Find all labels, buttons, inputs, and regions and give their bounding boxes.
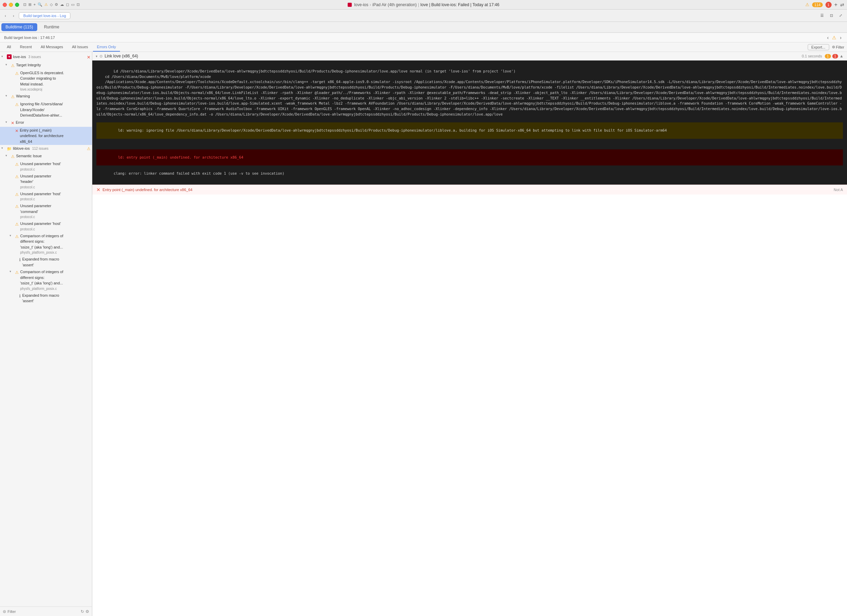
close-button[interactable]: [3, 3, 7, 7]
sidebar-item-warning-group[interactable]: ▾ ⚠ Warning: [0, 93, 92, 100]
filter-sidebar-icon: ⊜: [3, 609, 6, 614]
icon-btn-6[interactable]: ◇: [50, 2, 53, 7]
sidebar-item-comparison-2[interactable]: ▾ ⚠ Comparison of integers of different …: [0, 268, 92, 292]
tab-all-messages[interactable]: All Messages: [37, 42, 67, 52]
icon-btn-2[interactable]: ⊞: [28, 2, 31, 7]
log-collapse-icon[interactable]: ▲: [840, 54, 844, 58]
icon-btn-11[interactable]: ⊡: [77, 2, 80, 7]
warning-icon: ⚠: [805, 2, 809, 7]
sidebar-item-expanded-assert-2[interactable]: ℹ Expanded from macro 'assert': [0, 292, 92, 304]
log-timing: 0.1 seconds: [802, 54, 822, 58]
sidebar-item-unused-host-3[interactable]: ⚠ Unused parameter 'host' protocol.c: [0, 220, 92, 232]
comparison-1-label: Comparison of integers of different sign…: [20, 233, 91, 256]
log-warning-line: ld: warning: ignoring file /Users/diana/…: [96, 123, 843, 139]
title-sep-2: |: [418, 2, 419, 7]
info-assert-2: ℹ: [19, 293, 21, 299]
error-group-label: Error: [16, 120, 91, 126]
minimize-button[interactable]: [9, 3, 13, 7]
error-badge: 1: [825, 2, 832, 8]
toggle-love-ios: ▾: [1, 55, 6, 59]
maximize-button[interactable]: [15, 3, 19, 7]
log-header-row[interactable]: ▾ ⊙ Link love (x86_64) 0.1 seconds 1 1 ▲: [92, 52, 847, 61]
toggle-comparison-1: ▾: [10, 233, 14, 238]
log-text-before: Ld /Users/diana/Library/Developer/Xcode/…: [96, 69, 842, 116]
liblove-warn-icon: ⚠: [87, 146, 91, 152]
tab-all-issues[interactable]: All Issues: [68, 42, 92, 52]
menu-button[interactable]: ☰: [818, 12, 826, 19]
icon-btn-8[interactable]: ☁: [60, 2, 64, 7]
log-badges: 1 1 ▲: [825, 54, 844, 58]
icon-btn-7[interactable]: ⚙: [55, 2, 58, 7]
not-a-label: Not A: [834, 188, 843, 192]
icon-btn-3[interactable]: ⌖: [34, 2, 35, 7]
title-project: love-ios: [354, 2, 368, 7]
unused-header-label: Unused parameter 'header' protocol.c: [20, 173, 91, 190]
buildtime-tab[interactable]: Buildtime (115): [1, 23, 37, 31]
icon-btn-10[interactable]: ▭: [71, 2, 75, 7]
sidebar-item-semantic-issue[interactable]: ▾ ⚠ Semantic Issue: [0, 152, 92, 160]
sidebar-item-liblove[interactable]: ▾ 📁 liblove-ios 112 issues ⚠: [0, 145, 92, 152]
icon-btn-9[interactable]: ◻: [66, 2, 69, 7]
warning-badge: 114: [812, 2, 822, 7]
title-status: love | Build love-ios: Failed | Today at…: [421, 2, 499, 7]
back-button[interactable]: ‹: [3, 13, 8, 19]
project-icon: [348, 3, 352, 7]
sidebar-item-unused-command[interactable]: ⚠ Unused parameter 'command' protocol.c: [0, 202, 92, 220]
sidebar-item-comparison-1[interactable]: ▾ ⚠ Comparison of integers of different …: [0, 232, 92, 256]
runtime-tab[interactable]: Runtime: [38, 22, 65, 32]
split-button[interactable]: ⊡: [828, 12, 835, 19]
add-button[interactable]: +: [834, 2, 837, 8]
next-arrow[interactable]: ›: [838, 35, 843, 40]
semantic-issue-label: Semantic Issue: [16, 153, 91, 159]
log-err-badge: 1: [832, 54, 838, 58]
warning-icon-ignoring: ⚠: [15, 102, 19, 108]
sidebar-filter-input[interactable]: [7, 610, 79, 614]
sidebar-item-entry-point[interactable]: ✕ Entry point (_main) undefined. for arc…: [0, 127, 92, 145]
forward-button[interactable]: ›: [11, 13, 16, 19]
entry-point-label: Entry point (_main) undefined. for archi…: [20, 127, 91, 145]
titlebar-right: ⚠ 114 1 + ⇄: [805, 2, 844, 8]
sidebar-footer-icon-refresh[interactable]: ↻: [81, 609, 84, 614]
sidebar-item-opengles[interactable]: ⚠ OpenGLES is deprecated. Consider migra…: [0, 69, 92, 93]
icon-btn-5[interactable]: ⚠: [44, 2, 48, 7]
build-log-tab[interactable]: Build target love-ios - Log: [19, 12, 71, 19]
error-row-label: Entry point (_main) undefined. for archi…: [103, 188, 192, 192]
warn-header: ⚠: [15, 174, 19, 180]
sidebar-item-target-integrity[interactable]: ▾ ⚠ Target Integrity: [0, 62, 92, 69]
tab-all[interactable]: All: [3, 42, 15, 52]
unused-command-label: Unused parameter 'command' protocol.c: [20, 203, 91, 219]
sidebar-item-unused-host-1[interactable]: ⚠ Unused parameter 'host' protocol.c: [0, 160, 92, 173]
export-button[interactable]: Export...: [808, 44, 829, 50]
title-device: iPad Air (4th generation): [373, 2, 417, 7]
filter-tabs-bar: All Recent All Messages All Issues Error…: [0, 42, 847, 52]
sidebar: ▾ ♥ love-ios 3 issues ✕ ▾ ⚠ Target Integ…: [0, 52, 92, 616]
title-segment-1: love-ios: [348, 2, 368, 7]
sidebar-item-unused-header[interactable]: ⚠ Unused parameter 'header' protocol.c: [0, 173, 92, 191]
toggle-error: ▾: [6, 120, 10, 125]
comparison-2-label: Comparison of integers of different sign…: [20, 269, 91, 291]
log-error-line: ld: entry point (_main) undefined. for a…: [96, 149, 843, 165]
breadcrumb-bar: Build target love-ios : 17:46:17 ‹ ⚠ ›: [0, 33, 847, 42]
filter-button[interactable]: ⊜ Filter: [832, 45, 844, 49]
warn-nav-icon[interactable]: ⚠: [831, 35, 838, 40]
tab-errors-only[interactable]: Errors Only: [93, 42, 120, 52]
toggle-warning: ▾: [6, 94, 10, 99]
unused-host-3-label: Unused parameter 'host' protocol.c: [20, 221, 91, 232]
sidebar-item-error-group[interactable]: ▾ ✕ Error: [0, 119, 92, 127]
filter-icon: ⊜: [832, 45, 835, 49]
icon-btn-1[interactable]: ⊡: [23, 2, 26, 7]
sidebar-item-expanded-assert-1[interactable]: ℹ Expanded from macro 'assert': [0, 256, 92, 268]
back-forward[interactable]: ⇄: [840, 2, 844, 7]
toggle-target-integrity: ▾: [6, 62, 10, 67]
sidebar-item-ignoring-file[interactable]: ⚠ Ignoring file /Users/diana/ Library/Xc…: [0, 100, 92, 119]
content-panel: ▾ ⊙ Link love (x86_64) 0.1 seconds 1 1 ▲…: [92, 52, 847, 616]
sidebar-item-unused-host-2[interactable]: ⚠ Unused parameter 'host' protocol.c: [0, 191, 92, 203]
error-message-row: ✕ Entry point (_main) undefined. for arc…: [92, 185, 847, 195]
prev-arrow[interactable]: ‹: [826, 35, 830, 40]
expand-button[interactable]: ⤢: [837, 12, 844, 19]
sidebar-item-love-ios[interactable]: ▾ ♥ love-ios 3 issues ✕: [0, 53, 92, 62]
sidebar-footer-icon-settings[interactable]: ⚙: [86, 609, 89, 614]
breadcrumb-label: Build target love-ios : 17:46:17: [4, 35, 55, 40]
icon-btn-4[interactable]: 🔍: [38, 2, 42, 7]
tab-recent[interactable]: Recent: [16, 42, 36, 52]
